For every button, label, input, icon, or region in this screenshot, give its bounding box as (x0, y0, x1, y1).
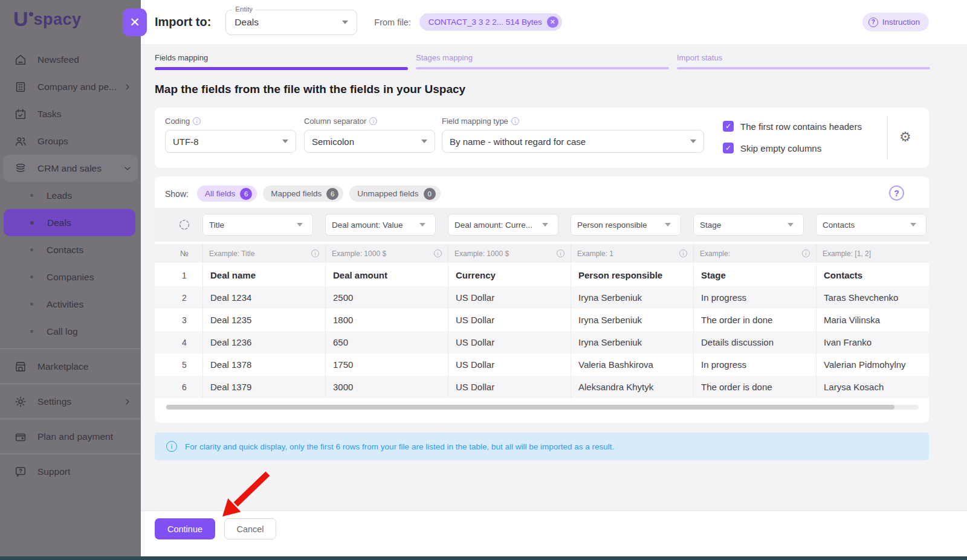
window-bottom-edge (0, 556, 967, 560)
field-mapping-type-select[interactable]: By name - without regard for case (442, 130, 704, 153)
sidebar-item-crm-and-sales[interactable]: CRM and sales (3, 155, 138, 182)
continue-button[interactable]: Continue (155, 518, 215, 539)
chevron-down-icon (342, 21, 348, 24)
number-column-header: № (166, 249, 202, 258)
chevron-down-icon (282, 140, 288, 143)
count-badge: 6 (326, 188, 338, 200)
skip-empty-columns-checkbox[interactable]: ✓ Skip empty columns (723, 143, 821, 153)
column-separator-select[interactable]: Semicolon (304, 130, 435, 153)
chevron-down-icon (419, 223, 425, 227)
filter-unmapped-fields[interactable]: Unmapped fields 0 (349, 185, 440, 202)
building-icon (13, 80, 28, 94)
mapping-select-deal-amount-currency[interactable]: Deal amount: Curre... (448, 214, 558, 236)
coding-label: Codingi (165, 117, 296, 126)
example-cell: Example: 1000 $i (325, 244, 448, 263)
mapping-select-contacts[interactable]: Contacts (816, 214, 927, 236)
info-icon: i (679, 249, 687, 257)
progress-bar (677, 67, 930, 69)
file-chip: CONTACT_3 3 2 2... 514 Bytes ✕ (419, 13, 562, 31)
entity-select[interactable]: Entity Deals (225, 10, 357, 35)
example-cell: Example:i (693, 244, 816, 263)
sidebar-item-company-and-people[interactable]: Company and pe... (0, 73, 141, 100)
calendar-icon (13, 107, 28, 121)
sidebar-item-settings[interactable]: Settings (0, 388, 141, 415)
sidebar-item-tasks[interactable]: Tasks (0, 100, 141, 127)
remove-file-icon[interactable]: ✕ (547, 16, 558, 28)
bullet-icon (30, 303, 33, 306)
sidebar-item-contacts[interactable]: Contacts (0, 236, 141, 263)
uspacy-logo: Uspacy (0, 0, 141, 29)
count-badge: 6 (240, 188, 252, 200)
help-icon[interactable]: ? (889, 185, 904, 201)
step-fields-mapping: Fields mapping (155, 53, 408, 70)
sidebar-item-deals[interactable]: Deals (4, 209, 135, 236)
sidebar-item-plan-and-payment[interactable]: Plan and payment (0, 423, 141, 450)
sidebar-item-newsfeed[interactable]: Newsfeed (0, 46, 141, 73)
sidebar-item-marketplace[interactable]: Marketplace (0, 353, 141, 380)
chevron-down-icon (542, 223, 548, 227)
field-mapping-type-label: Field mapping typei (442, 117, 704, 126)
mapping-select-person-responsible[interactable]: Person responsible (571, 214, 681, 236)
people-icon (13, 134, 28, 149)
chat-question-icon (13, 465, 28, 479)
close-import-button[interactable]: ✕ (123, 8, 147, 36)
info-icon: i (802, 249, 810, 257)
coding-select[interactable]: UTF-8 (165, 130, 296, 153)
count-badge: 0 (424, 188, 436, 200)
chevron-right-icon (123, 82, 132, 92)
sidebar-item-leads[interactable]: Leads (0, 182, 141, 209)
info-icon: i (166, 441, 177, 452)
info-icon: i (311, 249, 319, 257)
table-row: 4 Deal 1236 650 US Dollar Iryna Serbeniu… (155, 331, 929, 353)
bullet-icon (30, 330, 33, 333)
divider (0, 419, 141, 419)
page-title: Map the fields from the file with the fi… (155, 83, 465, 96)
info-icon: i (193, 117, 201, 125)
column-separator-label: Column separatori (304, 117, 435, 126)
advanced-settings-gear-icon[interactable]: ⚙ (899, 130, 911, 144)
show-filter-row: Show: All fields 6 Mapped fields 6 Unmap… (165, 185, 441, 202)
bullet-icon (30, 221, 34, 225)
chevron-down-icon (297, 223, 303, 227)
chevron-down-icon (421, 140, 427, 143)
sync-icon (166, 218, 202, 231)
step-import-status: Import status (677, 53, 930, 70)
table-row: 1 Deal name Deal amount Currency Person … (155, 264, 929, 286)
info-icon: i (557, 249, 564, 257)
mapping-select-deal-amount-value[interactable]: Deal amount: Value (325, 214, 436, 236)
wallet-icon (13, 430, 28, 444)
info-banner-text: For clarity and quick display, only the … (185, 442, 614, 451)
from-file-label: From file: (374, 18, 410, 27)
first-row-headers-checkbox[interactable]: ✓ The first row contains headers (723, 121, 862, 132)
bullet-icon (30, 275, 33, 278)
divider (0, 384, 141, 384)
entity-select-label: Entity (232, 5, 256, 13)
sidebar-item-groups[interactable]: Groups (0, 127, 141, 155)
bullet-icon (30, 248, 33, 251)
preview-table: 1 Deal name Deal amount Currency Person … (155, 264, 929, 398)
cancel-button[interactable]: Cancel (224, 518, 276, 539)
filter-all-fields[interactable]: All fields 6 (197, 185, 257, 202)
storefront-icon (13, 359, 28, 374)
sidebar-item-activities[interactable]: Activities (0, 291, 141, 318)
sidebar-item-support[interactable]: Support (0, 458, 141, 485)
horizontal-scrollbar[interactable] (166, 405, 919, 410)
sidebar-item-call-log[interactable]: Call log (0, 318, 141, 345)
table-row: 2 Deal 1234 2500 US Dollar Iryna Serbeni… (155, 286, 929, 309)
instruction-button[interactable]: ? Instruction (862, 13, 929, 31)
import-panel: Import to: Entity Deals From file: CONTA… (141, 0, 967, 560)
mapping-select-stage[interactable]: Stage (693, 214, 804, 236)
checkbox-checked-icon: ✓ (723, 143, 734, 153)
import-to-label: Import to: (155, 15, 211, 29)
progress-bar (155, 67, 408, 70)
chevron-down-icon (788, 223, 794, 227)
table-row: 5 Deal 1378 1750 US Dollar Valeria Bashk… (155, 353, 929, 376)
example-cell: Example: 1000 $i (448, 244, 571, 263)
mapping-select-title[interactable]: Title (202, 214, 313, 236)
close-icon: ✕ (129, 15, 140, 30)
filter-mapped-fields[interactable]: Mapped fields 6 (263, 185, 343, 202)
show-label: Show: (165, 189, 189, 199)
scrollbar-thumb[interactable] (166, 405, 894, 410)
checkbox-checked-icon: ✓ (723, 121, 734, 132)
sidebar-item-companies[interactable]: Companies (0, 263, 141, 291)
